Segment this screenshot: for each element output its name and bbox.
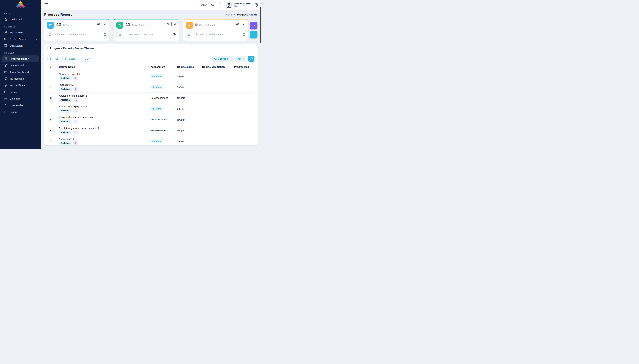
sidebar-item-team-dashboard[interactable]: Team Dashboard bbox=[2, 69, 39, 75]
breadcrumb-separator: » bbox=[234, 13, 236, 16]
course-search-button[interactable] bbox=[73, 76, 78, 80]
user-icon bbox=[4, 104, 7, 107]
view-assessment-button[interactable]: View bbox=[150, 74, 163, 78]
history-clock-icon[interactable] bbox=[103, 33, 107, 36]
course-badge: Acelot uat bbox=[59, 120, 72, 124]
sidebar-item-my-message[interactable]: My Message bbox=[2, 76, 39, 82]
sidebar-item-label: My Message bbox=[10, 77, 24, 80]
table-row: 3 Acelot learning platform 1 Acelot uat … bbox=[48, 92, 255, 104]
eye-icon[interactable] bbox=[166, 22, 170, 26]
history-clock-icon[interactable] bbox=[173, 33, 176, 36]
col-header-course-marks: Course marks bbox=[173, 66, 198, 68]
date-range-input[interactable]: Choose start and end date bbox=[47, 31, 102, 38]
content: Progress Report Home » Progress Report 4… bbox=[41, 10, 261, 149]
hamburger-menu-icon[interactable] bbox=[45, 3, 49, 6]
row-index: 1 bbox=[48, 75, 56, 78]
filter-button[interactable] bbox=[250, 31, 258, 38]
no-assessment-text: No assessment. bbox=[150, 118, 168, 121]
table-row: 5 Always with start and end date Acelot … bbox=[48, 114, 255, 125]
breadcrumb-home-link[interactable]: Home bbox=[226, 13, 233, 16]
row-index: 2 bbox=[48, 86, 56, 88]
settings-button[interactable] bbox=[255, 3, 258, 7]
course-name: Enroll Always with course deleted off bbox=[59, 127, 146, 130]
table-header-row: # Course Name Assessment Course marks Co… bbox=[48, 64, 255, 71]
bar-chart-icon[interactable] bbox=[173, 23, 176, 26]
table-row: 1 New assessmentttt Acelot uat View 0 (8… bbox=[48, 71, 255, 82]
refresh-button[interactable] bbox=[248, 56, 255, 62]
bar-chart-icon[interactable] bbox=[104, 23, 107, 26]
sidebar-item-progress-report[interactable]: Progress Report bbox=[2, 56, 39, 62]
course-marks: 0 (14) bbox=[173, 108, 198, 110]
sidebar-item-explore-courses[interactable]: Explore Courses › bbox=[2, 36, 39, 42]
graduation-cap-icon bbox=[4, 31, 7, 34]
sidebar-item-logout[interactable]: Logout bbox=[2, 109, 39, 115]
course-badge: Acelot uat bbox=[59, 109, 72, 112]
row-index: 3 bbox=[48, 96, 56, 100]
title-accent-bar bbox=[48, 46, 48, 50]
breadcrumb-current: Progress Report bbox=[237, 13, 257, 16]
export-pdf-button[interactable]: PDF bbox=[48, 56, 61, 62]
course-name: Assign date 1 bbox=[59, 138, 146, 140]
course-marks: 0 (80) bbox=[173, 75, 198, 78]
row-index: 6 bbox=[48, 129, 56, 132]
view-assessment-button[interactable]: View bbox=[150, 85, 163, 89]
view-assessment-button[interactable]: View bbox=[150, 106, 163, 111]
sidebar-item-label: Dashboard bbox=[10, 18, 22, 21]
chevron-right-icon: › bbox=[36, 38, 37, 40]
scrollbar-thumb[interactable] bbox=[260, 7, 261, 43]
user-menu[interactable]: Seema thakre User bbox=[226, 2, 251, 8]
bar-chart-icon[interactable] bbox=[243, 23, 246, 26]
section-label-manage: MANAGE bbox=[0, 49, 41, 55]
course-search-button[interactable] bbox=[73, 109, 78, 112]
date-range-input[interactable]: Choose start and end date bbox=[186, 31, 241, 38]
date-range-input[interactable]: Choose start and end date bbox=[116, 31, 171, 38]
col-header-progress: Progress(%) bbox=[230, 66, 255, 68]
stat-card-all-courses: 42 All Courses Choose start and end date bbox=[44, 19, 109, 41]
chat-icon bbox=[4, 77, 7, 80]
fullscreen-button[interactable] bbox=[219, 3, 222, 6]
course-search-button[interactable] bbox=[73, 98, 78, 102]
sidebar-item-leaderboard[interactable]: Leaderboard bbox=[2, 62, 39, 68]
sidebar-item-people[interactable]: People bbox=[2, 89, 39, 95]
main-area: English Seema thakre User bbox=[41, 0, 261, 149]
stat-value: 11 bbox=[126, 22, 130, 27]
course-filter-dropdown[interactable]: All Courses bbox=[211, 56, 234, 62]
sidebar-item-user-profile[interactable]: User Profile bbox=[2, 102, 39, 108]
progress-table: # Course Name Assessment Course marks Co… bbox=[48, 64, 255, 145]
course-search-button[interactable] bbox=[73, 141, 78, 145]
course-marks: NA (NA) bbox=[173, 118, 198, 121]
eye-icon[interactable] bbox=[97, 22, 100, 26]
sidebar-item-my-courses[interactable]: My Courses bbox=[2, 29, 39, 36]
file-text-icon bbox=[4, 57, 7, 60]
search-icon bbox=[75, 88, 77, 90]
language-selector[interactable]: English bbox=[199, 4, 207, 6]
sidebar-item-dashboard[interactable]: Dashboard bbox=[2, 16, 39, 22]
course-search-button[interactable] bbox=[73, 130, 78, 134]
stat-cards-row: 42 All Courses Choose start and end date bbox=[44, 19, 248, 41]
dark-mode-toggle[interactable] bbox=[211, 3, 215, 7]
course-search-button[interactable] bbox=[73, 120, 78, 123]
eye-icon[interactable] bbox=[236, 22, 239, 26]
scope-filter-dropdown[interactable]: All bbox=[235, 56, 247, 62]
page-title: Progress Report bbox=[44, 12, 72, 16]
row-index: 7 bbox=[48, 140, 56, 143]
sidebar-item-my-certificate[interactable]: My Certificate bbox=[2, 82, 39, 88]
gear-icon bbox=[255, 3, 258, 7]
course-marks: NA (NA) bbox=[173, 129, 198, 132]
page-scrollbar[interactable] bbox=[260, 0, 261, 149]
export-csv-button[interactable]: CSV bbox=[79, 56, 92, 62]
section-label-courses: COURSES bbox=[0, 23, 41, 29]
collapse-cards-button[interactable] bbox=[250, 22, 258, 30]
col-header-index: # bbox=[48, 66, 56, 68]
export-excel-button[interactable]: Excel bbox=[63, 56, 77, 62]
sidebar-item-calendar[interactable]: Calendar bbox=[2, 96, 39, 102]
abacus-icon bbox=[4, 70, 7, 74]
search-icon bbox=[75, 120, 77, 122]
sidebar-item-bulk-assign[interactable]: Bulk Assign › bbox=[2, 42, 39, 49]
eye-icon bbox=[152, 75, 155, 78]
chevron-down-icon bbox=[252, 24, 255, 27]
history-clock-icon[interactable] bbox=[243, 33, 246, 36]
course-search-button[interactable] bbox=[73, 87, 78, 91]
view-assessment-button[interactable]: View bbox=[150, 139, 163, 143]
brand-logo[interactable] bbox=[0, 0, 41, 10]
